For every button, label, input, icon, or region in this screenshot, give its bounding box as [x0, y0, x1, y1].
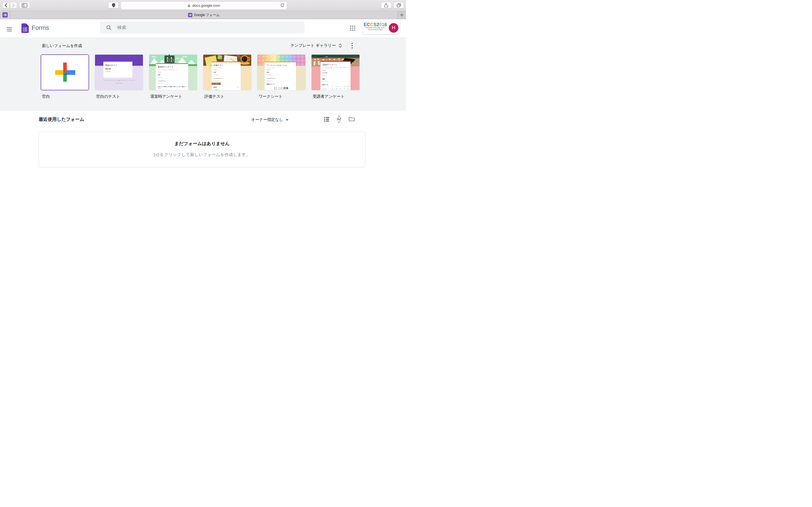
tab-overview-button[interactable]: [394, 2, 404, 8]
tab-bar: Google フォーム: [0, 11, 406, 19]
template-card-blank-quiz[interactable]: 空白のテスト 無題の問題 選択肢 1 This content is neith…: [95, 54, 143, 91]
eccs-logo: ECCS2016 Information Technology Center T…: [364, 22, 387, 34]
template-section-menu-button[interactable]: [351, 43, 353, 49]
kebab-menu-icon: [351, 43, 353, 49]
open-file-picker-button[interactable]: [349, 117, 355, 122]
template-gallery-button-label[interactable]: テンプレート ギャラリー: [290, 43, 336, 48]
dropdown-arrow-icon: [286, 119, 289, 121]
main-menu-button[interactable]: [6, 26, 12, 31]
eccs-logo-text: ECCS2016: [364, 22, 387, 27]
svg-text:Google Forms: Google Forms: [115, 82, 123, 84]
new-tab-zone: [397, 11, 406, 19]
template-label-course-survey[interactable]: 受講者アンケート: [311, 94, 360, 99]
svg-text:ワークシートのタイトル: ワークシートのタイトル: [267, 64, 287, 66]
svg-text:名前 *: 名前 *: [158, 74, 161, 75]
lock-icon: [188, 4, 191, 7]
template-section: 新しいフォームを作成 テンプレート ギャラリー: [0, 37, 406, 111]
template-label-worksheet[interactable]: ワークシート: [257, 94, 306, 99]
svg-text:ここにテキストを挿入。: ここにテキストを挿入。: [214, 67, 223, 68]
search-bar[interactable]: [100, 21, 305, 34]
list-view-button[interactable]: [324, 117, 329, 122]
svg-text:メールアドレス: メールアドレス: [158, 80, 166, 82]
svg-text:非常に満足: 非常に満足: [346, 86, 350, 87]
svg-text:第1問 *: 第1問 *: [213, 87, 217, 88]
svg-text:選択肢 1: 選択肢 1: [215, 89, 219, 90]
svg-text:名前 *: 名前 *: [266, 71, 270, 73]
svg-text:テスト問題: テスト問題: [213, 83, 218, 84]
svg-text:ここにテキストを挿入。: ここにテキストを挿入。: [267, 67, 276, 68]
svg-text:ふつう: ふつう: [340, 86, 342, 87]
plus-icon: [400, 13, 404, 17]
pinned-tab-forms[interactable]: [0, 11, 10, 19]
back-button[interactable]: [3, 2, 9, 8]
avatar[interactable]: H: [389, 23, 398, 33]
svg-text:Your answer: Your answer: [267, 80, 271, 81]
exit-survey-thumbnail: 退室時アンケート 今日このクラスを出る前に、次の質問に答えてください。 *Req…: [149, 55, 197, 90]
svg-text:選択肢 1: 選択肢 1: [107, 70, 111, 72]
course-survey-thumbnail: 受講者アンケート コースの構成、内容、講師についてのご意見・ご感想など、修了した…: [312, 55, 359, 90]
apps-grid-icon: [350, 25, 356, 31]
svg-text:ードバックをお送りください。: ードバックをお送りください。: [322, 68, 334, 69]
recent-forms-title: 最近使用したフォーム: [39, 117, 84, 122]
forward-button[interactable]: [10, 2, 17, 8]
svg-text:Your answer: Your answer: [214, 80, 218, 81]
empty-state-title: まだフォームはありません: [39, 141, 365, 147]
svg-text:退室時アンケート: 退室時アンケート: [158, 66, 174, 68]
svg-text:Your answer: Your answer: [322, 80, 327, 82]
reload-icon: [280, 3, 285, 7]
svg-text:Your answer: Your answer: [267, 74, 271, 75]
owner-filter-dropdown[interactable]: オーナー指定なし: [251, 117, 289, 122]
svg-text:コースの構成、内容、講師についてのご意見・ご感想など、修了し: コースの構成、内容、講師についてのご意見・ご感想など、修了したコースに関するフィ: [322, 67, 354, 68]
account-chip[interactable]: ECCS2016 Information Technology Center T…: [362, 21, 400, 34]
template-card-assessment[interactable]: 評価テスト ここにテキストを挿入。 *Required 名前 * Your an…: [203, 54, 252, 91]
reload-button[interactable]: [280, 3, 285, 7]
new-tab-button[interactable]: [400, 13, 404, 17]
unfold-more-icon: [338, 43, 343, 48]
svg-text:やや不満: やや不満: [335, 86, 338, 87]
active-tab[interactable]: Google フォーム: [10, 11, 398, 19]
template-card-exit-survey[interactable]: 退室時アンケート 今日このクラスを出る前に、次の質問に答えてください。 *Req…: [149, 54, 197, 91]
shield-icon: [112, 3, 116, 8]
app-header: Forms ECCS2016 Information Technol: [0, 19, 406, 37]
sort-button[interactable]: AZ: [336, 116, 342, 122]
svg-text:*Required: *Required: [267, 69, 270, 70]
privacy-report-button[interactable]: [108, 2, 119, 8]
template-label-blank[interactable]: 空白: [41, 94, 89, 99]
svg-text:受講者アンケート: 受講者アンケート: [322, 64, 337, 66]
svg-text:Terms: Terms: [118, 80, 120, 82]
svg-text:無題の問題: 無題の問題: [105, 68, 111, 69]
template-label-assessment[interactable]: 評価テスト: [203, 94, 252, 99]
blank-quiz-thumbnail: 空白のテスト 無題の問題 選択肢 1 This content is neith…: [95, 55, 143, 90]
blank-plus-thumbnail: [41, 55, 89, 90]
svg-text:Your answer: Your answer: [158, 77, 163, 78]
empty-state-subtitle: [+] をクリックして新しいフォームを作成します。: [39, 152, 365, 158]
template-card-worksheet[interactable]: ワークシートのタイトル ここにテキストを挿入。 *Required 名前 * Y…: [257, 54, 306, 91]
sidebar-toggle-button[interactable]: [19, 2, 30, 8]
forms-favicon: [3, 12, 8, 17]
svg-text:名前 *: 名前 *: [213, 71, 217, 73]
app-title[interactable]: Forms: [32, 24, 49, 32]
assessment-thumbnail: 評価テスト ここにテキストを挿入。 *Required 名前 * Your an…: [203, 55, 251, 90]
forms-logo-icon[interactable]: [21, 23, 29, 34]
search-icon: [106, 25, 112, 31]
address-bar[interactable]: docs.google.com: [121, 1, 287, 10]
tabs-icon: [396, 3, 401, 8]
chevron-left-icon: [4, 3, 8, 8]
hamburger-icon: [7, 27, 12, 28]
template-label-exit-survey[interactable]: 退室時アンケート: [149, 94, 197, 99]
template-gallery-expand-button[interactable]: [338, 43, 343, 48]
template-label-blank-quiz[interactable]: 空白のテスト: [95, 94, 143, 99]
thumb-title: 空白のテスト: [105, 64, 117, 66]
template-card-blank[interactable]: [41, 54, 89, 91]
share-button[interactable]: [381, 2, 391, 8]
svg-text:講師 *: 講師 *: [322, 78, 326, 80]
search-input[interactable]: [117, 25, 287, 31]
eccs-org-lines: Information Technology Center The Univer…: [364, 27, 387, 31]
list-view-icon: [324, 117, 329, 122]
template-card-course-survey[interactable]: 受講者アンケート コースの構成、内容、講師についてのご意見・ご感想など、修了した…: [311, 54, 360, 91]
google-apps-button[interactable]: [350, 25, 356, 31]
template-labels-row: 空白 空白のテスト 退室時アンケート 評価テスト ワークシート 受講者アンケート: [0, 94, 406, 99]
svg-text:*Required: *Required: [158, 71, 161, 73]
svg-text:1 point: 1 point: [237, 87, 239, 88]
folder-icon: [349, 117, 355, 122]
